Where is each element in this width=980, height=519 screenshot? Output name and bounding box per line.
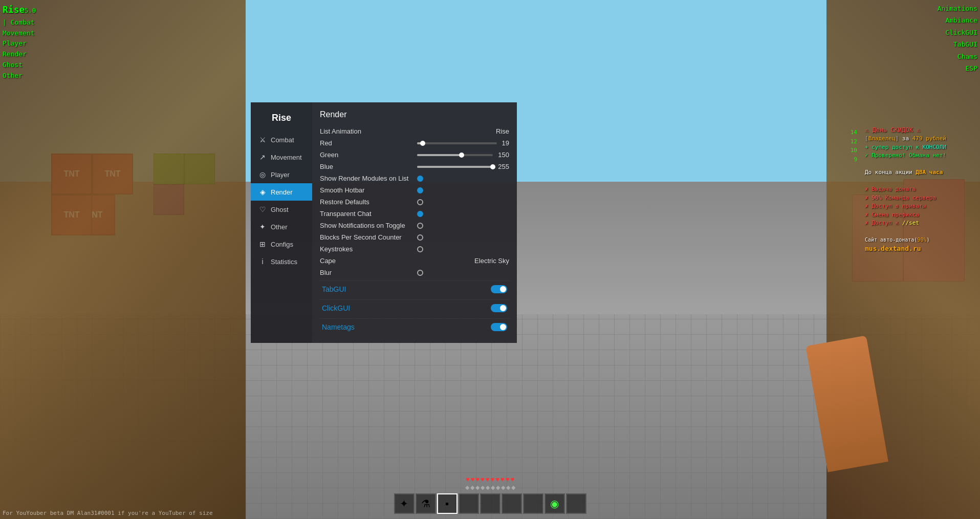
tabgui-toggle-knob bbox=[500, 286, 506, 292]
tabgui-toggle[interactable] bbox=[491, 285, 507, 293]
heart-1: ♥ bbox=[466, 475, 470, 483]
smooth-hotbar-toggle[interactable] bbox=[417, 187, 423, 193]
other-icon: ✦ bbox=[258, 223, 267, 231]
ad-line8: ✗ 90% Команда сервера bbox=[865, 194, 977, 203]
sidebar-item-player[interactable]: ◎ Player bbox=[251, 166, 312, 183]
health-bar: ♥ ♥ ♥ ♥ ♥ ♥ ♥ ♥ ♥ ♥ bbox=[466, 475, 514, 483]
tabgui-label: TabGUI bbox=[322, 285, 491, 293]
armor-7: ◆ bbox=[496, 484, 500, 491]
sidebar-item-configs[interactable]: ⊞ Configs bbox=[251, 235, 312, 253]
ad-line7: ✗ Выдача доната bbox=[865, 185, 977, 194]
green-label: Green bbox=[320, 151, 412, 159]
keystrokes-row: Keystrokes bbox=[320, 243, 509, 255]
clickgui-toggle[interactable] bbox=[491, 304, 507, 312]
nametags-toggle-knob bbox=[500, 324, 506, 330]
sidebar-item-render[interactable]: ◈ Render bbox=[251, 183, 312, 201]
nametags-toggle[interactable] bbox=[491, 323, 507, 331]
hotbar-slot-6[interactable] bbox=[502, 493, 522, 514]
armor-bar: ◆ ◆ ◆ ◆ ◆ ◆ ◆ ◆ ◆ ◆ bbox=[465, 484, 515, 491]
armor-3: ◆ bbox=[475, 484, 480, 491]
ad-site-label: Сайт авто-доната(90%) bbox=[865, 236, 977, 244]
armor-2: ◆ bbox=[470, 484, 474, 491]
heart-10: ♥ bbox=[510, 475, 514, 483]
sidebar-label-render: Render bbox=[271, 188, 293, 196]
green-slider[interactable] bbox=[417, 154, 493, 156]
hotbar-slot-7[interactable] bbox=[523, 493, 543, 514]
sidebar-item-statistics[interactable]: i Statistics bbox=[251, 253, 312, 270]
armor-9: ◆ bbox=[506, 484, 510, 491]
player-icon: ◎ bbox=[258, 170, 267, 179]
armor-4: ◆ bbox=[481, 484, 485, 491]
hud-animations: Animations bbox=[938, 3, 977, 14]
green-slider-row: Green 150 bbox=[320, 149, 509, 161]
green-value: 150 bbox=[498, 151, 509, 159]
sidebar-item-movement[interactable]: ↗ Movement bbox=[251, 148, 312, 166]
right-numbers: 14 12 10 9 bbox=[851, 128, 857, 164]
show-render-modules-row: Show Render Modules on List bbox=[320, 172, 509, 184]
ghost-icon: ♡ bbox=[258, 205, 267, 213]
sidebar-item-combat[interactable]: ⚔ Combat bbox=[251, 131, 312, 148]
cape-value: Electric Sky bbox=[474, 257, 509, 265]
ad-line10: ✗ Смена префикса bbox=[865, 211, 977, 220]
hotbar-slot-1[interactable]: ✦ bbox=[394, 493, 415, 514]
sidebar-label-movement: Movement bbox=[271, 154, 302, 161]
hotbar-slot-4[interactable] bbox=[459, 493, 479, 514]
hotbar-slot-2[interactable]: ⚗ bbox=[416, 493, 436, 514]
show-notifications-label: Show Notifications on Toggle bbox=[320, 222, 412, 229]
transparent-chat-row: Transparent Chat bbox=[320, 208, 509, 220]
hotbar-icon-1: ✦ bbox=[400, 498, 408, 510]
keystrokes-toggle[interactable] bbox=[417, 246, 423, 252]
content-title: Render bbox=[320, 110, 509, 119]
top-left-hud: Rise5.0 | Combat Movement Player Render … bbox=[3, 3, 36, 81]
hotbar-slot-9[interactable] bbox=[566, 493, 586, 514]
configs-icon: ⊞ bbox=[258, 240, 267, 248]
keystrokes-label: Keystrokes bbox=[320, 245, 412, 253]
ad-line2: + супер доступ к КОНСОЛИ bbox=[865, 143, 977, 152]
hud-render: Render bbox=[3, 49, 36, 60]
ad-warning: ⚠ День СКИДОК ⚠ bbox=[865, 125, 977, 135]
blur-toggle[interactable] bbox=[417, 270, 423, 276]
red-value: 19 bbox=[502, 139, 509, 147]
show-notifications-row: Show Notifications on Toggle bbox=[320, 220, 509, 231]
restore-defaults-toggle[interactable] bbox=[417, 199, 423, 205]
nametags-label: Nametags bbox=[322, 323, 491, 331]
gui-title: Rise bbox=[251, 107, 312, 131]
blue-slider[interactable] bbox=[417, 166, 493, 168]
transparent-chat-toggle[interactable] bbox=[417, 211, 423, 217]
hotbar-slot-3[interactable]: ▪ bbox=[437, 493, 458, 514]
armor-6: ◆ bbox=[491, 484, 495, 491]
restore-defaults-row: Restore Defaults bbox=[320, 196, 509, 208]
heart-5: ♥ bbox=[486, 475, 490, 483]
heart-4: ♥ bbox=[481, 475, 485, 483]
red-slider[interactable] bbox=[417, 142, 497, 144]
hotbar-icon-8: ◉ bbox=[550, 498, 559, 510]
clickgui-module-row: ClickGUI bbox=[320, 299, 509, 316]
sidebar-item-ghost[interactable]: ♡ Ghost bbox=[251, 201, 312, 218]
list-animation-row: List Animation Rise bbox=[320, 125, 509, 137]
ad-line11: ✗ Доступ к //set bbox=[865, 219, 977, 228]
heart-7: ♥ bbox=[495, 475, 499, 483]
blue-label: Blue bbox=[320, 163, 412, 170]
smooth-hotbar-label: Smooth Hotbar bbox=[320, 186, 412, 194]
statistics-icon: i bbox=[258, 257, 267, 266]
red-slider-row: Red 19 bbox=[320, 137, 509, 149]
hotbar-slot-5[interactable] bbox=[480, 493, 500, 514]
heart-8: ♥ bbox=[500, 475, 505, 483]
smooth-hotbar-row: Smooth Hotbar bbox=[320, 184, 509, 196]
hotbar-slot-8[interactable]: ◉ bbox=[545, 493, 565, 514]
armor-10: ◆ bbox=[511, 484, 515, 491]
blur-label: Blur bbox=[320, 269, 412, 276]
sidebar-label-combat: Combat bbox=[271, 136, 294, 144]
ad-line3: ✓ Проверено! Обмана нет! bbox=[865, 152, 977, 160]
show-notifications-toggle[interactable] bbox=[417, 223, 423, 229]
restore-defaults-label: Restore Defaults bbox=[320, 198, 412, 206]
clickgui-toggle-knob bbox=[500, 305, 506, 311]
sidebar-item-other[interactable]: ✦ Other bbox=[251, 218, 312, 235]
transparent-chat-label: Transparent Chat bbox=[320, 210, 412, 218]
movement-icon: ↗ bbox=[258, 153, 267, 161]
show-render-toggle[interactable] bbox=[417, 176, 423, 182]
rise-logo: Rise5.0 bbox=[3, 7, 36, 14]
blocks-per-second-toggle[interactable] bbox=[417, 234, 423, 241]
armor-1: ◆ bbox=[465, 484, 469, 491]
list-animation-label: List Animation bbox=[320, 127, 412, 135]
